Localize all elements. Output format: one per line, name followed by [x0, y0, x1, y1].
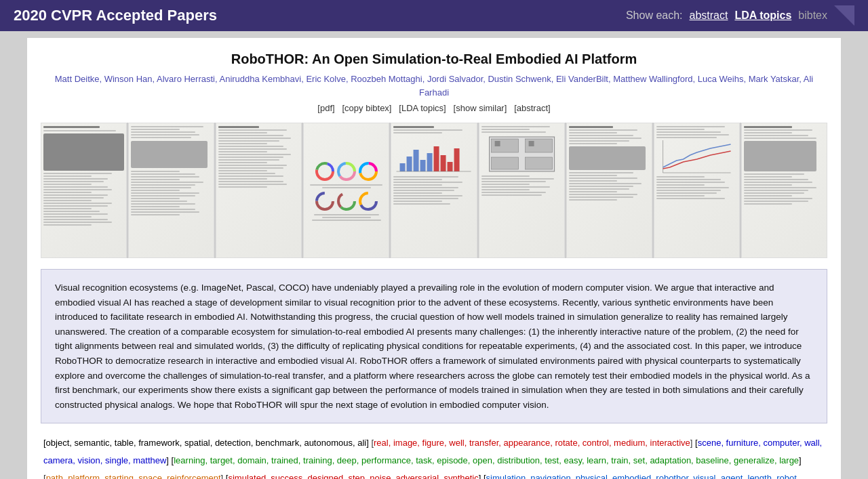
paper-page-1[interactable]	[41, 123, 127, 258]
paper-page-6[interactable]	[479, 123, 565, 258]
lda-group-3: learning, target, domain, trained, train…	[174, 455, 799, 465]
abstract-text: Visual recognition ecosystems (e.g. Imag…	[55, 280, 813, 412]
lda-group-5: simulated, success, designed, step, nois…	[228, 473, 478, 479]
paper-page-7[interactable]	[566, 123, 652, 258]
copy-bibtex-link[interactable]: [copy bibtex]	[342, 103, 392, 113]
svg-rect-30	[494, 141, 500, 146]
svg-rect-29	[525, 157, 552, 169]
lda-group-4: path, platform, starting, space, reinfor…	[46, 473, 221, 479]
paper-preview	[41, 123, 827, 258]
nav-bibtex[interactable]: bibtex	[798, 9, 827, 22]
svg-rect-21	[441, 155, 446, 171]
svg-rect-16	[407, 157, 412, 171]
site-title: 2020 CVPR Accepted Papers	[14, 7, 626, 24]
abstract-box: Visual recognition ecosystems (e.g. Imag…	[41, 269, 827, 423]
lda-topics-link[interactable]: [LDA topics]	[399, 103, 446, 113]
svg-rect-23	[454, 148, 460, 171]
header: 2020 CVPR Accepted Papers Show each: abs…	[0, 0, 868, 31]
pdf-link[interactable]: [pdf]	[317, 103, 334, 113]
paper-authors: Matt Deitke, Winson Han, Alvaro Herrasti…	[41, 72, 827, 99]
svg-rect-31	[528, 141, 534, 146]
paper-page-4[interactable]	[303, 123, 389, 258]
show-similar-link[interactable]: [show similar]	[454, 103, 507, 113]
paper-page-5[interactable]	[391, 123, 477, 258]
show-each-label: Show each:	[626, 9, 683, 22]
paper-page-9[interactable]	[741, 123, 827, 258]
paper-page-8[interactable]	[654, 123, 740, 258]
svg-rect-18	[420, 160, 426, 171]
lda-topics-section: [object, semantic, table, framework, spa…	[41, 434, 827, 479]
svg-rect-22	[448, 162, 453, 171]
svg-rect-20	[434, 146, 439, 171]
svg-rect-17	[414, 150, 419, 171]
corner-decoration	[834, 5, 854, 26]
paper-title: RoboTHOR: An Open Simulation-to-Real Emb…	[41, 51, 827, 67]
svg-rect-19	[427, 153, 433, 171]
show-each-nav: Show each: abstract LDA topics bibtex	[626, 9, 827, 22]
paper-page-3[interactable]	[216, 123, 302, 258]
lda-group-1: real, image, figure, well, transfer, app…	[374, 438, 690, 448]
svg-rect-28	[491, 157, 518, 169]
nav-abstract[interactable]: abstract	[690, 9, 728, 22]
lda-prefix: [object, semantic, table, framework, spa…	[43, 438, 371, 448]
svg-rect-15	[400, 163, 406, 171]
paper-page-2[interactable]	[128, 123, 214, 258]
nav-lda-topics[interactable]: LDA topics	[734, 9, 791, 22]
abstract-link[interactable]: [abstract]	[514, 103, 550, 113]
main-content: RoboTHOR: An Open Simulation-to-Real Emb…	[27, 38, 841, 479]
paper-links: [pdf] [copy bibtex] [LDA topics] [show s…	[41, 103, 827, 113]
